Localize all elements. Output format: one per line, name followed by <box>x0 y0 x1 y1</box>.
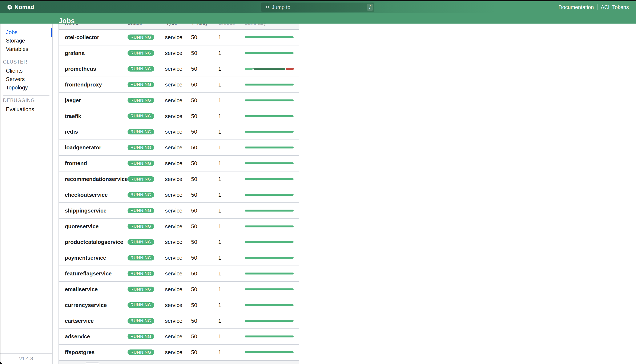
job-type: service <box>165 160 182 167</box>
job-row[interactable]: ffspostgres RUNNING service 50 1 <box>59 345 299 360</box>
job-row[interactable]: jaeger RUNNING service 50 1 <box>59 92 299 108</box>
job-row[interactable]: frontend RUNNING service 50 1 <box>59 156 299 172</box>
sidebar-footer-divider <box>0 354 52 354</box>
jump-to-search-input[interactable]: Jump to / <box>261 2 374 12</box>
job-groups: 1 <box>218 318 221 324</box>
job-summary-bar <box>245 336 294 338</box>
job-status: RUNNING <box>128 302 154 308</box>
status-badge: RUNNING <box>128 208 154 213</box>
status-badge: RUNNING <box>128 239 154 245</box>
status-badge: RUNNING <box>128 224 154 229</box>
status-badge: RUNNING <box>128 286 154 292</box>
screen-top-edge <box>0 0 636 1</box>
job-row[interactable]: otel-collector RUNNING service 50 1 <box>59 30 299 46</box>
job-type: service <box>165 349 182 356</box>
job-row[interactable]: prometheus RUNNING service 50 1 <box>59 61 299 77</box>
job-row[interactable]: cartservice RUNNING service 50 1 <box>59 313 299 329</box>
job-priority: 50 <box>191 144 197 151</box>
job-row[interactable]: productcatalogservice RUNNING service 50… <box>59 234 299 250</box>
job-priority: 50 <box>191 50 197 56</box>
job-summary-bar <box>245 131 294 133</box>
job-row[interactable]: adservice RUNNING service 50 1 <box>59 329 299 345</box>
job-type: service <box>165 144 182 151</box>
job-priority: 50 <box>191 176 197 182</box>
job-row[interactable]: shippingservice RUNNING service 50 1 <box>59 203 299 218</box>
sidebar-item-servers[interactable]: Servers <box>0 75 52 83</box>
summary-segment <box>245 115 294 117</box>
job-priority: 50 <box>191 254 197 261</box>
job-groups: 1 <box>218 333 221 340</box>
summary-segment <box>245 36 294 38</box>
job-row[interactable]: currencyservice RUNNING service 50 1 <box>59 297 299 313</box>
summary-segment <box>245 178 294 180</box>
job-row[interactable]: redis RUNNING service 50 1 <box>59 124 299 140</box>
summary-segment <box>245 194 294 196</box>
job-summary-bar <box>245 273 294 274</box>
page-size-button[interactable] <box>86 362 99 364</box>
status-badge: RUNNING <box>128 114 154 119</box>
job-priority: 50 <box>191 239 197 245</box>
job-row[interactable]: paymentservice RUNNING service 50 1 <box>59 250 299 266</box>
summary-segment <box>245 352 294 353</box>
job-groups: 1 <box>218 128 221 135</box>
summary-segment <box>245 288 294 290</box>
job-status: RUNNING <box>128 286 154 292</box>
summary-segment <box>245 241 294 243</box>
sidebar-item-variables[interactable]: Variables <box>0 45 52 53</box>
summary-segment <box>245 336 294 338</box>
job-groups: 1 <box>218 144 221 151</box>
nomad-brand[interactable]: Nomad <box>7 1 34 13</box>
job-groups: 1 <box>218 160 221 167</box>
sidebar-item-jobs[interactable]: Jobs <box>0 28 52 36</box>
job-row[interactable]: emailservice RUNNING service 50 1 <box>59 282 299 298</box>
job-name: frontend <box>65 160 87 167</box>
job-row[interactable]: recommendationservice RUNNING service 50… <box>59 172 299 187</box>
job-type: service <box>165 128 182 135</box>
job-name: jaeger <box>65 97 81 104</box>
job-summary-bar <box>245 84 294 86</box>
job-groups: 1 <box>218 113 221 119</box>
job-priority: 50 <box>191 81 197 88</box>
job-priority: 50 <box>191 333 197 340</box>
job-status: RUNNING <box>128 34 154 40</box>
sidebar-section-cluster: CLUSTER <box>0 59 52 65</box>
acl-tokens-link[interactable]: ACL Tokens <box>601 4 629 10</box>
sidebar-item-evaluations[interactable]: Evaluations <box>0 105 52 114</box>
job-groups: 1 <box>218 34 221 40</box>
job-row[interactable]: quoteservice RUNNING service 50 1 <box>59 218 299 234</box>
job-name: emailservice <box>65 286 98 292</box>
job-type: service <box>165 254 182 261</box>
sidebar-item-clients[interactable]: Clients <box>0 66 52 75</box>
job-summary-bar <box>245 241 294 243</box>
summary-segment <box>245 99 294 101</box>
job-groups: 1 <box>218 97 221 104</box>
status-badge: RUNNING <box>128 350 154 355</box>
job-row[interactable]: loadgenerator RUNNING service 50 1 <box>59 140 299 156</box>
job-row[interactable]: featureflagservice RUNNING service 50 1 <box>59 266 299 282</box>
job-status: RUNNING <box>128 350 154 355</box>
job-type: service <box>165 270 182 277</box>
job-summary-bar <box>245 115 294 117</box>
summary-segment <box>245 84 294 86</box>
job-row[interactable]: frontendproxy RUNNING service 50 1 <box>59 77 299 93</box>
sidebar-divider <box>3 95 50 96</box>
search-icon <box>266 5 270 9</box>
job-row[interactable]: checkoutservice RUNNING service 50 1 <box>59 187 299 203</box>
job-status: RUNNING <box>128 224 154 229</box>
job-status: RUNNING <box>128 318 154 324</box>
status-badge: RUNNING <box>128 50 154 56</box>
sidebar-item-topology[interactable]: Topology <box>0 83 52 92</box>
job-name: checkoutservice <box>65 192 108 198</box>
job-status: RUNNING <box>128 114 154 119</box>
status-badge: RUNNING <box>128 82 154 87</box>
job-status: RUNNING <box>128 50 154 56</box>
status-badge: RUNNING <box>128 318 154 324</box>
job-summary-bar <box>245 194 294 196</box>
job-status: RUNNING <box>128 129 154 134</box>
documentation-link[interactable]: Documentation <box>558 4 594 10</box>
job-status: RUNNING <box>128 82 154 87</box>
sidebar-item-storage[interactable]: Storage <box>0 36 52 45</box>
job-summary-bar <box>245 352 294 353</box>
job-row[interactable]: traefik RUNNING service 50 1 <box>59 108 299 124</box>
job-row[interactable]: grafana RUNNING service 50 1 <box>59 46 299 61</box>
